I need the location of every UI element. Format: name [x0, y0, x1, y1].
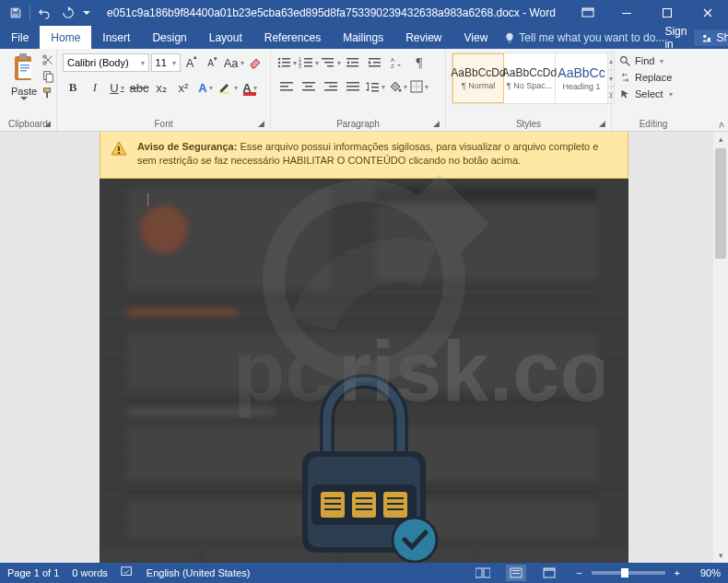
status-words[interactable]: 0 words	[72, 567, 108, 578]
sort-button[interactable]: AZ	[387, 52, 407, 73]
svg-rect-106	[476, 568, 482, 577]
status-spellcheck[interactable]	[121, 566, 134, 580]
qat-customize-icon[interactable]	[80, 0, 93, 26]
clipboard-launcher[interactable]: ◢	[41, 118, 53, 129]
view-print-layout[interactable]	[506, 565, 526, 581]
scroll-up-arrow[interactable]: ▴	[713, 132, 728, 146]
tab-home[interactable]: Home	[40, 26, 91, 49]
shading-button[interactable]: ▾	[387, 76, 407, 97]
tab-references[interactable]: References	[253, 26, 332, 49]
zoom-out-button[interactable]: −	[572, 567, 585, 578]
paste-button[interactable]: Paste	[6, 52, 42, 108]
spellcheck-icon	[121, 566, 134, 578]
font-size-combo[interactable]: 11▾	[151, 53, 181, 72]
svg-rect-3	[582, 8, 593, 11]
collapse-ribbon-button[interactable]: ʌ	[719, 119, 724, 129]
svg-rect-58	[371, 83, 379, 85]
svg-rect-98	[356, 503, 372, 505]
undo-icon[interactable]	[32, 0, 56, 26]
font-size-value: 11	[156, 57, 167, 68]
multilevel-list-button[interactable]: ▾	[321, 52, 341, 73]
svg-rect-53	[324, 89, 337, 91]
tab-mailings[interactable]: Mailings	[332, 26, 394, 49]
grow-font-button[interactable]: A▴	[182, 52, 201, 73]
superscript-button[interactable]: x²	[173, 77, 194, 98]
zoom-slider-handle[interactable]	[621, 568, 628, 577]
svg-rect-0	[13, 9, 17, 12]
document-page[interactable]	[100, 179, 628, 563]
status-page[interactable]: Page 1 of 1	[7, 567, 59, 578]
zoom-slider[interactable]	[592, 571, 665, 575]
scroll-down-arrow[interactable]: ▾	[713, 548, 728, 563]
vertical-scrollbar[interactable]: ▴ ▾	[713, 132, 728, 563]
style-heading-1[interactable]: AaBbCc Heading 1	[556, 53, 607, 103]
redo-icon[interactable]	[56, 0, 80, 26]
minimize-button[interactable]	[606, 0, 647, 26]
change-case-button[interactable]: Aa▾	[224, 52, 244, 73]
align-left-button[interactable]	[276, 76, 297, 97]
align-center-button[interactable]	[299, 76, 319, 97]
subscript-button[interactable]: x₂	[151, 77, 171, 98]
tab-layout[interactable]: Layout	[198, 26, 253, 49]
style-normal[interactable]: AaBbCcDd ¶ Normal	[452, 53, 504, 103]
line-spacing-button[interactable]: ▾	[365, 76, 385, 97]
group-clipboard: Paste Clipboard ◢	[0, 49, 57, 131]
bullets-button[interactable]: ▾	[276, 52, 297, 73]
tab-view[interactable]: View	[453, 26, 499, 49]
status-language[interactable]: English (United States)	[147, 567, 251, 578]
find-button[interactable]: Find▾	[617, 52, 689, 69]
zoom-value[interactable]: 90%	[689, 567, 721, 578]
tab-design[interactable]: Design	[141, 26, 197, 49]
numbering-button[interactable]: 123▾	[299, 52, 319, 73]
highlight-button[interactable]: ▾	[217, 77, 238, 98]
styles-launcher[interactable]: ◢	[596, 118, 607, 129]
italic-button[interactable]: I	[85, 77, 105, 98]
copy-icon	[41, 70, 54, 83]
text-effects-button[interactable]: A▾	[195, 77, 216, 98]
strikethrough-button[interactable]: abc	[129, 77, 149, 98]
decrease-indent-button[interactable]	[343, 52, 363, 73]
svg-rect-29	[304, 58, 312, 60]
style-no-spacing[interactable]: AaBbCcDd ¶ No Spac...	[504, 53, 556, 103]
maximize-button[interactable]	[647, 0, 687, 26]
align-right-button[interactable]	[321, 76, 341, 97]
cut-button[interactable]	[41, 52, 55, 67]
search-icon	[619, 55, 631, 67]
group-font: Calibri (Body)▾ 11▾ A▴ A▾ Aa▾ B I U▾ abc…	[57, 49, 271, 131]
font-color-button[interactable]: A▾	[240, 77, 260, 98]
scroll-thumb[interactable]	[715, 148, 726, 259]
svg-point-22	[278, 58, 280, 60]
copy-button[interactable]	[41, 69, 55, 84]
tab-file[interactable]: File	[0, 26, 40, 49]
svg-point-24	[278, 62, 280, 64]
underline-button[interactable]: U▾	[107, 77, 127, 98]
font-name-combo[interactable]: Calibri (Body)▾	[63, 53, 149, 72]
chevron-down-icon: ▾	[172, 59, 176, 67]
clear-formatting-button[interactable]	[246, 52, 264, 73]
justify-button[interactable]	[343, 76, 363, 97]
tab-insert[interactable]: Insert	[91, 26, 141, 49]
select-button[interactable]: Select▾	[617, 86, 689, 102]
zoom-in-button[interactable]: +	[671, 567, 684, 578]
increase-indent-button[interactable]	[365, 52, 385, 73]
borders-button[interactable]: ▾	[409, 76, 429, 97]
show-marks-button[interactable]: ¶	[409, 52, 429, 73]
shrink-font-button[interactable]: A▾	[203, 52, 221, 73]
save-icon[interactable]	[4, 0, 28, 26]
bold-button[interactable]: B	[63, 77, 83, 98]
svg-rect-67	[118, 146, 120, 151]
paragraph-launcher[interactable]: ◢	[430, 118, 441, 129]
share-button[interactable]: Share	[694, 29, 728, 46]
tab-review[interactable]: Review	[394, 26, 452, 49]
replace-button[interactable]: Replace	[617, 69, 689, 86]
sign-in-link[interactable]: Sign in	[664, 25, 687, 51]
chevron-down-icon: ▾	[141, 59, 145, 67]
view-web-layout[interactable]	[539, 565, 559, 581]
close-button[interactable]	[687, 0, 728, 26]
format-painter-button[interactable]	[41, 86, 55, 100]
ribbon-display-options-icon[interactable]	[569, 0, 606, 26]
tell-me-search[interactable]: Tell me what you want to do...	[504, 26, 664, 49]
font-launcher[interactable]: ◢	[255, 118, 266, 129]
view-read-mode[interactable]	[473, 565, 493, 581]
color-swatch-icon	[243, 92, 256, 96]
